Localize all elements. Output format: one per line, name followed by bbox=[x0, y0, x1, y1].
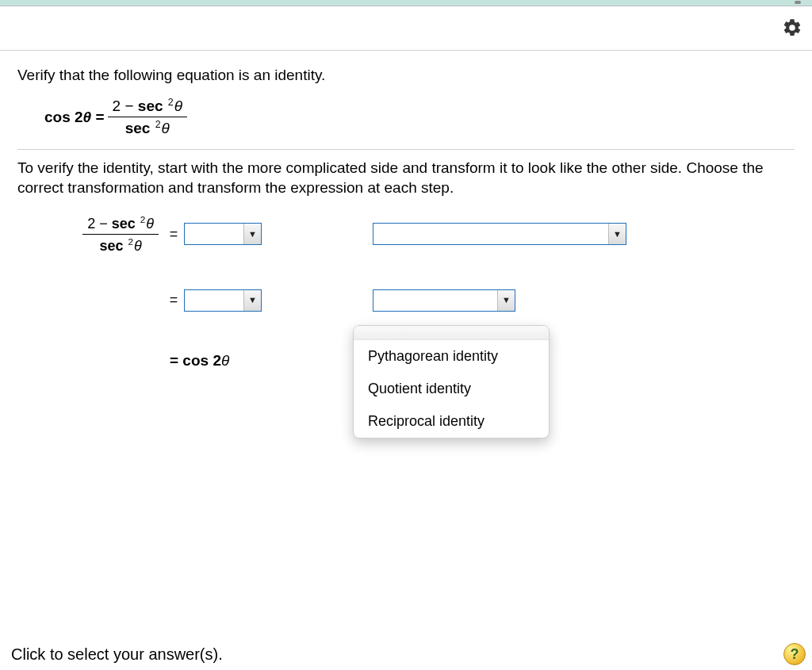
dropdown-option[interactable]: Quotient identity bbox=[354, 373, 549, 405]
work-start-expression: 2 − sec 2θ sec 2θ bbox=[59, 214, 162, 255]
header-bar bbox=[0, 6, 812, 51]
step2-reason-dropdown[interactable]: ▼ bbox=[373, 289, 515, 312]
equation-fraction: 2 − sec 2θ sec 2θ bbox=[108, 97, 187, 138]
equation-lhs: cos 2θ = bbox=[44, 109, 105, 126]
footer-hint: Click to select your answer(s). bbox=[11, 645, 223, 664]
gear-icon bbox=[782, 17, 802, 38]
chevron-down-icon: ▼ bbox=[608, 224, 626, 244]
chevron-down-icon: ▼ bbox=[497, 290, 515, 311]
instructions-text: To verify the identity, start with the m… bbox=[17, 158, 795, 198]
footer-bar: Click to select your answer(s). ? bbox=[0, 643, 812, 665]
step1-expression-dropdown[interactable]: ▼ bbox=[184, 223, 262, 245]
equation-denominator: sec 2θ bbox=[121, 117, 174, 137]
equals-sign: = bbox=[167, 292, 181, 308]
chevron-down-icon: ▼ bbox=[243, 224, 261, 244]
question-prompt: Verify that the following equation is an… bbox=[17, 67, 795, 84]
step1-reason-dropdown[interactable]: ▼ bbox=[373, 223, 626, 245]
identity-equation: cos 2θ = 2 − sec 2θ sec 2θ bbox=[44, 97, 795, 138]
work-row-1: 2 − sec 2θ sec 2θ = ▼ ▼ bbox=[59, 214, 795, 255]
help-button[interactable]: ? bbox=[783, 643, 806, 665]
final-result: = cos 2θ bbox=[170, 352, 229, 369]
help-icon: ? bbox=[791, 646, 799, 663]
reason-dropdown-menu: Pythagorean identity Quotient identity R… bbox=[353, 325, 550, 438]
chevron-down-icon: ▼ bbox=[243, 290, 261, 311]
step2-expression-dropdown[interactable]: ▼ bbox=[184, 289, 262, 312]
window-top-strip bbox=[0, 0, 812, 6]
section-divider bbox=[17, 149, 795, 150]
settings-button[interactable] bbox=[782, 17, 802, 38]
dropdown-option[interactable]: Pythagorean identity bbox=[354, 340, 549, 373]
equals-sign: = bbox=[167, 226, 181, 243]
dropdown-header bbox=[354, 326, 549, 340]
dropdown-option[interactable]: Reciprocal identity bbox=[354, 405, 549, 438]
work-row-2: = ▼ ▼ bbox=[59, 281, 795, 320]
equation-numerator: 2 − sec 2θ bbox=[108, 97, 187, 117]
